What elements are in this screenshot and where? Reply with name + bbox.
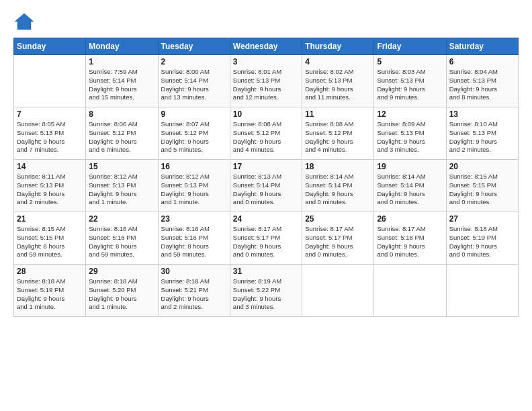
day-number: 13 [449, 109, 515, 119]
calendar-cell: 3Sunrise: 8:01 AM Sunset: 5:13 PM Daylig… [230, 55, 302, 107]
calendar-cell: 29Sunrise: 8:18 AM Sunset: 5:20 PM Dayli… [86, 265, 158, 317]
day-number: 4 [305, 57, 371, 66]
calendar-week-4: 21Sunrise: 8:15 AM Sunset: 5:15 PM Dayli… [14, 212, 519, 265]
day-info: Sunrise: 8:06 AM Sunset: 5:12 PM Dayligh… [89, 120, 154, 154]
calendar-cell [374, 265, 446, 317]
day-info: Sunrise: 8:17 AM Sunset: 5:17 PM Dayligh… [305, 225, 371, 259]
logo-icon [13, 12, 35, 31]
calendar-cell: 30Sunrise: 8:18 AM Sunset: 5:21 PM Dayli… [158, 265, 230, 317]
calendar-week-3: 14Sunrise: 8:11 AM Sunset: 5:13 PM Dayli… [14, 160, 519, 212]
day-info: Sunrise: 8:11 AM Sunset: 5:13 PM Dayligh… [17, 173, 83, 207]
day-info: Sunrise: 8:08 AM Sunset: 5:12 PM Dayligh… [305, 120, 371, 154]
day-info: Sunrise: 8:17 AM Sunset: 5:18 PM Dayligh… [377, 225, 443, 259]
weekday-header-thursday: Thursday [302, 38, 374, 55]
day-info: Sunrise: 8:10 AM Sunset: 5:13 PM Dayligh… [449, 120, 515, 154]
day-number: 8 [89, 109, 154, 119]
day-info: Sunrise: 8:15 AM Sunset: 5:15 PM Dayligh… [17, 225, 83, 259]
day-number: 3 [233, 57, 299, 66]
day-number: 19 [377, 162, 443, 171]
calendar-table: SundayMondayTuesdayWednesdayThursdayFrid… [13, 38, 519, 317]
day-number: 11 [305, 109, 371, 119]
calendar-week-1: 1Sunrise: 7:59 AM Sunset: 5:14 PM Daylig… [14, 55, 519, 107]
day-number: 27 [449, 214, 515, 224]
calendar-cell: 16Sunrise: 8:12 AM Sunset: 5:13 PM Dayli… [158, 160, 230, 212]
day-info: Sunrise: 8:18 AM Sunset: 5:19 PM Dayligh… [17, 277, 83, 312]
day-number: 7 [17, 109, 83, 119]
day-info: Sunrise: 8:09 AM Sunset: 5:13 PM Dayligh… [377, 120, 443, 154]
day-number: 14 [17, 162, 83, 171]
day-info: Sunrise: 8:00 AM Sunset: 5:14 PM Dayligh… [161, 68, 227, 102]
weekday-row: SundayMondayTuesdayWednesdayThursdayFrid… [14, 38, 519, 55]
calendar-cell: 15Sunrise: 8:12 AM Sunset: 5:13 PM Dayli… [86, 160, 158, 212]
day-number: 18 [305, 162, 371, 171]
calendar-cell: 19Sunrise: 8:14 AM Sunset: 5:14 PM Dayli… [374, 160, 446, 212]
day-info: Sunrise: 8:14 AM Sunset: 5:14 PM Dayligh… [305, 173, 371, 207]
calendar-cell: 4Sunrise: 8:02 AM Sunset: 5:13 PM Daylig… [302, 55, 374, 107]
day-info: Sunrise: 8:03 AM Sunset: 5:13 PM Dayligh… [377, 68, 443, 102]
day-number: 5 [377, 57, 443, 66]
calendar-cell: 18Sunrise: 8:14 AM Sunset: 5:14 PM Dayli… [302, 160, 374, 212]
calendar-cell: 9Sunrise: 8:07 AM Sunset: 5:12 PM Daylig… [158, 107, 230, 160]
calendar-body: 1Sunrise: 7:59 AM Sunset: 5:14 PM Daylig… [14, 55, 519, 317]
logo [13, 12, 37, 31]
day-number: 26 [377, 214, 443, 224]
calendar-cell [302, 265, 374, 317]
day-info: Sunrise: 8:18 AM Sunset: 5:19 PM Dayligh… [449, 225, 515, 259]
day-info: Sunrise: 8:16 AM Sunset: 5:16 PM Dayligh… [89, 225, 154, 259]
calendar-cell: 11Sunrise: 8:08 AM Sunset: 5:12 PM Dayli… [302, 107, 374, 160]
day-number: 25 [305, 214, 371, 224]
calendar-cell: 20Sunrise: 8:15 AM Sunset: 5:15 PM Dayli… [446, 160, 518, 212]
calendar-cell: 21Sunrise: 8:15 AM Sunset: 5:15 PM Dayli… [14, 212, 86, 265]
day-number: 2 [161, 57, 227, 66]
day-number: 24 [233, 214, 299, 224]
calendar-cell: 1Sunrise: 7:59 AM Sunset: 5:14 PM Daylig… [86, 55, 158, 107]
calendar-cell: 27Sunrise: 8:18 AM Sunset: 5:19 PM Dayli… [446, 212, 518, 265]
day-info: Sunrise: 8:18 AM Sunset: 5:21 PM Dayligh… [161, 277, 227, 312]
weekday-header-saturday: Saturday [446, 38, 518, 55]
day-number: 22 [89, 214, 154, 224]
calendar-cell: 2Sunrise: 8:00 AM Sunset: 5:14 PM Daylig… [158, 55, 230, 107]
weekday-header-friday: Friday [374, 38, 446, 55]
calendar-cell: 7Sunrise: 8:05 AM Sunset: 5:13 PM Daylig… [14, 107, 86, 160]
calendar-cell: 10Sunrise: 8:08 AM Sunset: 5:12 PM Dayli… [230, 107, 302, 160]
calendar-cell: 17Sunrise: 8:13 AM Sunset: 5:14 PM Dayli… [230, 160, 302, 212]
day-number: 12 [377, 109, 443, 119]
weekday-header-sunday: Sunday [14, 38, 86, 55]
calendar-cell: 25Sunrise: 8:17 AM Sunset: 5:17 PM Dayli… [302, 212, 374, 265]
calendar-cell: 14Sunrise: 8:11 AM Sunset: 5:13 PM Dayli… [14, 160, 86, 212]
calendar-cell: 31Sunrise: 8:19 AM Sunset: 5:22 PM Dayli… [230, 265, 302, 317]
day-info: Sunrise: 8:07 AM Sunset: 5:12 PM Dayligh… [161, 120, 227, 154]
calendar-cell [14, 55, 86, 107]
calendar-cell: 6Sunrise: 8:04 AM Sunset: 5:13 PM Daylig… [446, 55, 518, 107]
day-info: Sunrise: 8:01 AM Sunset: 5:13 PM Dayligh… [233, 68, 299, 102]
day-info: Sunrise: 8:02 AM Sunset: 5:13 PM Dayligh… [305, 68, 371, 102]
calendar-cell: 28Sunrise: 8:18 AM Sunset: 5:19 PM Dayli… [14, 265, 86, 317]
calendar-cell: 22Sunrise: 8:16 AM Sunset: 5:16 PM Dayli… [86, 212, 158, 265]
day-number: 9 [161, 109, 227, 119]
day-number: 16 [161, 162, 227, 171]
day-number: 10 [233, 109, 299, 119]
calendar-cell: 12Sunrise: 8:09 AM Sunset: 5:13 PM Dayli… [374, 107, 446, 160]
weekday-header-tuesday: Tuesday [158, 38, 230, 55]
day-number: 15 [89, 162, 154, 171]
calendar-cell: 23Sunrise: 8:16 AM Sunset: 5:16 PM Dayli… [158, 212, 230, 265]
day-info: Sunrise: 8:13 AM Sunset: 5:14 PM Dayligh… [233, 173, 299, 207]
calendar-cell: 5Sunrise: 8:03 AM Sunset: 5:13 PM Daylig… [374, 55, 446, 107]
day-number: 23 [161, 214, 227, 224]
day-number: 1 [89, 57, 154, 66]
day-info: Sunrise: 8:12 AM Sunset: 5:13 PM Dayligh… [161, 173, 227, 207]
day-info: Sunrise: 8:17 AM Sunset: 5:17 PM Dayligh… [233, 225, 299, 259]
header [13, 12, 519, 31]
calendar-week-5: 28Sunrise: 8:18 AM Sunset: 5:19 PM Dayli… [14, 265, 519, 317]
day-info: Sunrise: 8:18 AM Sunset: 5:20 PM Dayligh… [89, 277, 154, 312]
day-info: Sunrise: 8:12 AM Sunset: 5:13 PM Dayligh… [89, 173, 154, 207]
calendar-cell: 8Sunrise: 8:06 AM Sunset: 5:12 PM Daylig… [86, 107, 158, 160]
day-number: 30 [161, 267, 227, 276]
day-info: Sunrise: 7:59 AM Sunset: 5:14 PM Dayligh… [89, 68, 154, 102]
calendar-week-2: 7Sunrise: 8:05 AM Sunset: 5:13 PM Daylig… [14, 107, 519, 160]
day-info: Sunrise: 8:14 AM Sunset: 5:14 PM Dayligh… [377, 173, 443, 207]
day-info: Sunrise: 8:16 AM Sunset: 5:16 PM Dayligh… [161, 225, 227, 259]
day-number: 21 [17, 214, 83, 224]
day-number: 17 [233, 162, 299, 171]
day-number: 20 [449, 162, 515, 171]
